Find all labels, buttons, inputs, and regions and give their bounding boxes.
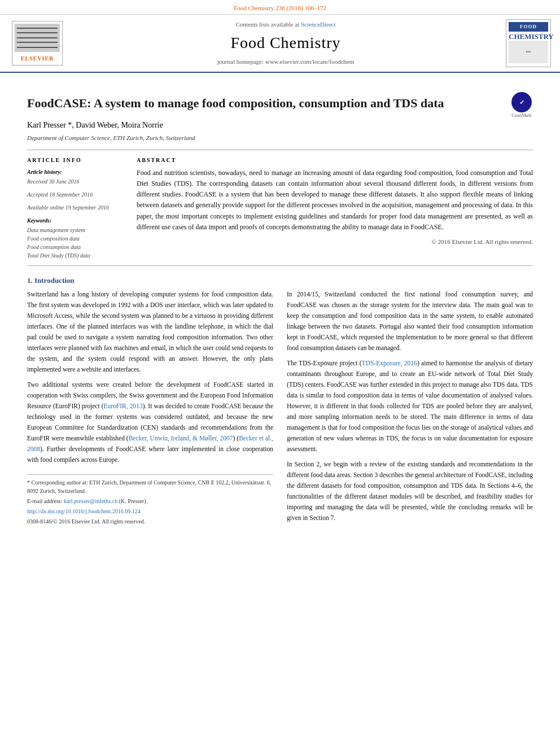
left-para-1: Switzerland has a long history of develo…	[27, 289, 273, 375]
article-history-label: Article history:	[27, 168, 123, 176]
email-suffix: (K. Presser).	[119, 498, 147, 504]
sciencedirect-link[interactable]: ScienceDirect	[301, 21, 336, 28]
becker-link[interactable]: Becker, Unwin, Ireland, & Møller, 2007	[129, 435, 233, 442]
journal-center: Contents lists available at ScienceDirec…	[65, 20, 506, 67]
food-chemistry-logo: FOOD CHEMISTRY ▪▪▪	[506, 19, 551, 68]
keyword-4: Total Diet Study (TDS) data	[27, 251, 123, 260]
article-info-column: ARTICLE INFO Article history: Received 3…	[27, 156, 123, 260]
email-label: E-mail address:	[27, 498, 62, 504]
contents-line: Contents lists available at ScienceDirec…	[65, 20, 506, 29]
footnote-section: * Corresponding author at: ETH Zurich, D…	[27, 474, 273, 526]
journal-header: ELSEVIER Contents lists available at Sci…	[0, 15, 560, 73]
received-date: Received 30 June 2016	[27, 177, 123, 186]
abstract-text: Food and nutrition scientists, nowadays,…	[137, 168, 533, 233]
eurofir-link[interactable]: EuroFIR, 2013	[104, 403, 143, 409]
doi-note: http://dx.doi.org/10.1016/j.foodchem.201…	[27, 507, 273, 516]
keyword-1: Data management system	[27, 226, 123, 234]
crossmark-badge: ✓ CrossMark	[510, 92, 533, 119]
email-link[interactable]: karl.presser@infethz.ch	[64, 498, 117, 504]
email-note: E-mail address: karl.presser@infethz.ch …	[27, 497, 273, 505]
corresponding-author-note: * Corresponding author at: ETH Zurich, D…	[27, 478, 273, 495]
elsevier-brand: ELSEVIER	[15, 54, 60, 63]
affiliation: Department of Computer Science, ETH Zuri…	[27, 133, 533, 143]
journal-citation: Food Chemistry 238 (2018) 166–172	[234, 5, 326, 11]
fc-logo-word: CHEMISTRY	[509, 33, 548, 41]
article-info-header: ARTICLE INFO	[27, 156, 123, 164]
authors: Karl Presser *, David Weber, Moira Norri…	[27, 119, 533, 131]
body-right-column: In 2014/15, Switzerland conducted the fi…	[287, 289, 533, 527]
abstract-header: ABSTRACT	[137, 156, 533, 164]
top-bar: Food Chemistry 238 (2018) 166–172	[0, 0, 560, 15]
journal-title: Food Chemistry	[65, 31, 506, 55]
right-para-2: The TDS-Exposure project (TDS-Exposure, …	[287, 358, 533, 455]
available-date: Available online 19 September 2016	[27, 203, 123, 212]
tds-exposure-link[interactable]: TDS-Exposure, 2016	[362, 360, 417, 366]
right-para-3: In Section 2, we begin with a review of …	[287, 459, 533, 523]
keywords-label: Keywords:	[27, 216, 123, 225]
abstract-column: ABSTRACT Food and nutrition scientists, …	[137, 156, 533, 260]
divider	[27, 150, 533, 150]
keyword-3: Food consumption data	[27, 243, 123, 251]
homepage-line: journal homepage: www.elsevier.com/locat…	[65, 57, 506, 67]
elsevier-logo: ELSEVIER	[9, 21, 65, 65]
doi-link[interactable]: http://dx.doi.org/10.1016/j.foodchem.201…	[27, 508, 141, 514]
article-title: FoodCASE: A system to manage food compos…	[27, 95, 505, 112]
right-para-1: In 2014/15, Switzerland conducted the fi…	[287, 289, 533, 353]
left-para-2: Two additional systems were created befo…	[27, 379, 273, 465]
fc-logo-image: ▪▪▪	[509, 41, 548, 63]
issn-note: 0308-8146/© 2016 Elsevier Ltd. All right…	[27, 517, 273, 526]
section1-title: 1. Introduction	[27, 275, 533, 286]
copyright-line: © 2016 Elsevier Ltd. All rights reserved…	[137, 237, 533, 247]
body-left-column: Switzerland has a long history of develo…	[27, 289, 273, 527]
accepted-date: Accepted 18 September 2016	[27, 190, 123, 199]
crossmark-label: CrossMark	[510, 112, 533, 119]
body-divider	[27, 265, 533, 266]
keyword-2: Food composition data	[27, 234, 123, 243]
fc-logo-top: FOOD	[509, 22, 548, 32]
